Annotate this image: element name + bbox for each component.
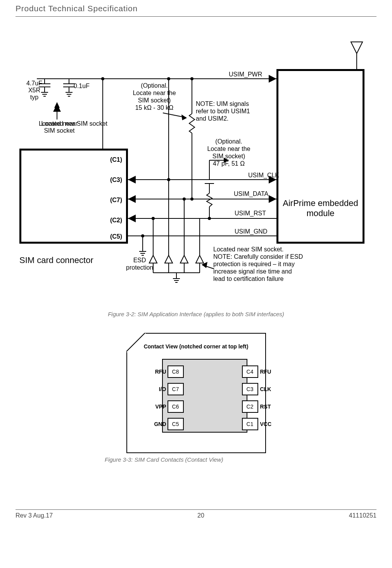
signal-rst: USIM_RST xyxy=(235,210,266,217)
svg-point-41 xyxy=(190,197,193,201)
sim-contacts-block: RFU C8 C4 RFU I/O C7 C3 CLK xyxy=(162,359,247,433)
cap1-val: 4.7uF xyxy=(26,80,42,87)
signal-data: USIM_DATA xyxy=(234,190,268,197)
footer-center: 20 xyxy=(197,512,204,519)
optional-cap-note: (Optional. Locate near the SIM socket) 4… xyxy=(198,138,260,167)
contact-row: GND C5 C1 VCC xyxy=(163,418,247,430)
svg-marker-56 xyxy=(165,255,173,263)
contact-pin: C6 xyxy=(168,400,184,413)
signal-clk: USIM_CLK xyxy=(248,172,279,179)
optional-resistor-note: (Optional. Locate near the SIM socket) 1… xyxy=(123,82,185,111)
contact-label-right: CLK xyxy=(259,383,275,395)
contact-label-right: RFU xyxy=(259,365,275,378)
contact-pin: C1 xyxy=(242,418,258,430)
contact-row: VPP C6 C2 RST xyxy=(163,400,247,413)
esd-label: ESD protection xyxy=(126,256,153,271)
svg-marker-61 xyxy=(180,255,188,263)
svg-point-60 xyxy=(183,197,186,201)
sim-card-contact-view: Contact View (notched corner at top left… xyxy=(126,333,266,453)
footer-left: Rev 3 Aug.17 xyxy=(16,512,53,519)
signal-pwr: USIM_PWR xyxy=(229,71,262,78)
contact-label-left: GND xyxy=(152,418,168,430)
contact-pin: C5 xyxy=(168,418,184,430)
contact-view-title: Contact View (notched corner at top left… xyxy=(127,343,265,350)
svg-marker-23 xyxy=(54,102,60,108)
esd-note: Located near SIM socket. NOTE: Carefully… xyxy=(213,246,303,282)
header-divider xyxy=(16,16,376,17)
cap1-type: X5R xyxy=(28,87,40,94)
contact-pin: C4 xyxy=(242,365,258,378)
signal-gnd: USIM_GND xyxy=(235,228,267,235)
svg-marker-66 xyxy=(196,255,204,263)
contact-pin: C7 xyxy=(168,383,184,395)
sim-application-diagram: AirPrime embedded module (C1) (C3) (C7) … xyxy=(19,40,368,308)
contact-label-right: VCC xyxy=(259,418,275,430)
contact-label-left: VPP xyxy=(152,400,168,413)
figure-3-2-caption: Figure 3-2: SIM Application Interface (a… xyxy=(16,311,376,317)
cap2-val: 0.1uF xyxy=(74,83,90,90)
page-footer: Rev 3 Aug.17 20 41110251 xyxy=(16,509,376,519)
contact-label-left: I/O xyxy=(152,383,168,395)
contact-row: RFU C8 C4 RFU xyxy=(163,365,247,378)
uim-note: NOTE: UIM signals refer to both USIM1 an… xyxy=(196,100,250,122)
cap-location-note: Located near SIM socket xyxy=(38,120,81,134)
footer-right: 41110251 xyxy=(349,512,376,519)
schematic-wires xyxy=(19,40,368,312)
contact-pin: C8 xyxy=(168,365,184,378)
page-title: Product Technical Specification xyxy=(16,4,376,16)
contact-label-left: RFU xyxy=(152,365,168,378)
contact-label-right: RST xyxy=(259,400,275,413)
contact-pin: C2 xyxy=(242,400,258,413)
figure-3-3-caption: Figure 3-3: SIM Card Contacts (Contact V… xyxy=(105,456,299,463)
contact-pin: C3 xyxy=(242,383,258,395)
cap1-typ: typ xyxy=(30,94,38,100)
contact-row: I/O C7 C3 CLK xyxy=(163,383,247,395)
